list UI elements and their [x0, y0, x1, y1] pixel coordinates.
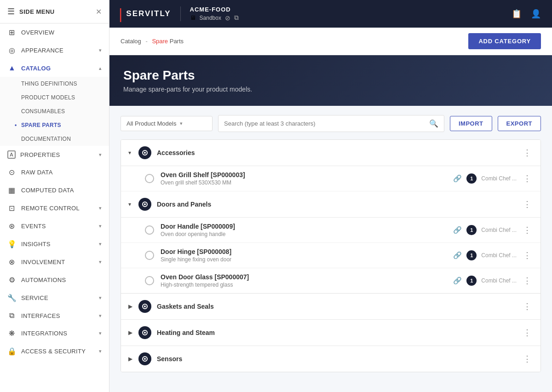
sidebar-item-interfaces[interactable]: ⧉ INTERFACES ▾ [0, 307, 109, 324]
sidebar-item-overview[interactable]: ⊞ OVERVIEW [0, 23, 109, 41]
topbar-app-info: ACME-FOOD 🖥 Sandbox ⊘ ⧉ [190, 6, 239, 22]
sp000003-more-btn[interactable]: ⋮ [521, 173, 533, 184]
events-chevron: ▾ [99, 223, 102, 229]
sensors-more-btn[interactable]: ⋮ [521, 354, 533, 364]
sp000003-link-icon[interactable]: 🔗 [453, 174, 462, 183]
sp000008-title: Door Hinge [SP000008] [161, 248, 453, 255]
remote-control-icon: ⊡ [7, 204, 17, 213]
sidebar-item-thing-definitions[interactable]: THING DEFINITIONS [0, 77, 109, 91]
sp000009-actions: 🔗 1 Combi Chef ... ⋮ [453, 225, 533, 235]
sidebar-item-service[interactable]: 🔧 SERVICE ▾ [0, 289, 109, 307]
search-icon: 🔍 [429, 119, 438, 128]
interfaces-chevron: ▾ [99, 313, 102, 319]
heating-more-btn[interactable]: ⋮ [521, 328, 533, 338]
properties-chevron: ▾ [99, 152, 102, 158]
topbar-actions: 📋 👤 [510, 7, 543, 21]
insights-icon: 💡 [7, 240, 17, 248]
involvement-icon: ⊗ [7, 258, 17, 266]
sidebar-item-integrations[interactable]: ❋ INTEGRATIONS ▾ [0, 324, 109, 342]
sidebar-item-product-models[interactable]: PRODUCT MODELS [0, 91, 109, 104]
sidebar-item-consumables[interactable]: CONSUMABLES [0, 104, 109, 118]
sidebar-item-catalog[interactable]: ▲ CATALOG ▴ [0, 59, 109, 77]
heating-category-name: Heating and Steam [157, 329, 521, 336]
open-icon[interactable]: ⧉ [234, 14, 239, 22]
sp000007-info: Oven Door Glass [SP000007] High-strength… [161, 273, 453, 288]
sp000003-model-ref: Combi Chef ... [481, 175, 517, 182]
breadcrumb-catalog[interactable]: Catalog [121, 38, 141, 45]
accessories-expand-btn[interactable]: ▾ [128, 150, 135, 156]
breadcrumb-spare: Spare [152, 38, 169, 45]
accessories-category-icon [138, 146, 151, 159]
access-security-icon: 🔒 [7, 347, 17, 356]
sp000003-title: Oven Grill Shelf [SP000003] [161, 171, 453, 179]
sidebar: ☰ SIDE MENU ✕ ⊞ OVERVIEW ◎ APPEARANCE ▾ … [0, 0, 109, 392]
sp000007-desc: High-strength tempered glass [161, 282, 453, 288]
properties-icon: A [7, 150, 16, 159]
sidebar-item-involvement[interactable]: ⊗ INVOLVEMENT ▾ [0, 253, 109, 271]
sp000009-link-icon[interactable]: 🔗 [453, 226, 462, 234]
svg-point-9 [144, 358, 146, 360]
doors-panels-expand-btn[interactable]: ▾ [128, 201, 135, 208]
doors-panels-category-icon [138, 198, 151, 211]
svg-point-5 [144, 306, 146, 307]
overview-icon: ⊞ [7, 28, 17, 37]
sensors-expand-btn[interactable]: ▶ [128, 356, 135, 362]
sp000008-link-icon[interactable]: 🔗 [453, 251, 462, 259]
close-icon[interactable]: ✕ [96, 7, 102, 16]
sidebar-item-insights[interactable]: 💡 INSIGHTS ▾ [0, 235, 109, 253]
sp000008-actions: 🔗 1 Combi Chef ... ⋮ [453, 250, 533, 260]
sidebar-item-documentation[interactable]: DOCUMENTATION [0, 132, 109, 146]
sp000008-model-ref: Combi Chef ... [481, 252, 517, 259]
sidebar-header-left: ☰ SIDE MENU [7, 6, 55, 17]
env-icon: 🖥 [190, 14, 196, 21]
sp000008-more-btn[interactable]: ⋮ [521, 250, 533, 260]
search-input[interactable] [224, 120, 426, 127]
sidebar-item-raw-data[interactable]: ⊙ RAW DATA [0, 163, 109, 181]
category-accessories-header: ▾ Accessories ⋮ [121, 140, 540, 166]
topbar-logo: | SERVITLY [119, 6, 181, 21]
svg-point-7 [144, 332, 146, 334]
interfaces-icon: ⧉ [7, 311, 17, 320]
sidebar-item-spare-parts[interactable]: SPARE PARTS [0, 118, 109, 132]
svg-point-1 [144, 152, 146, 154]
sidebar-item-automations[interactable]: ⚙ AUTOMATIONS [0, 271, 109, 289]
sp000003-actions: 🔗 1 Combi Chef ... ⋮ [453, 173, 533, 184]
sp000009-info-badge[interactable]: 1 [466, 225, 477, 235]
sp000007-info-badge[interactable]: 1 [466, 276, 477, 286]
sp000007-more-btn[interactable]: ⋮ [521, 276, 533, 286]
gaskets-more-btn[interactable]: ⋮ [521, 301, 533, 311]
sp000009-more-btn[interactable]: ⋮ [521, 225, 533, 235]
heating-expand-btn[interactable]: ▶ [128, 329, 135, 336]
topbar-user-icon[interactable]: 👤 [529, 7, 543, 21]
sp000008-status-circle [145, 251, 154, 260]
sidebar-item-computed-data[interactable]: ▦ COMPUTED DATA [0, 181, 109, 199]
sp000009-status-circle [145, 225, 154, 235]
sp000008-info-badge[interactable]: 1 [466, 250, 477, 260]
sidebar-item-events[interactable]: ⊛ EVENTS ▾ [0, 217, 109, 235]
accessories-category-name: Accessories [157, 149, 521, 156]
involvement-chevron: ▾ [99, 259, 102, 265]
import-button[interactable]: IMPORT [450, 116, 492, 131]
doors-panels-more-btn[interactable]: ⋮ [521, 199, 533, 209]
add-category-button[interactable]: ADD CATEGORY [468, 33, 541, 49]
topbar-doc-icon[interactable]: 📋 [510, 7, 523, 21]
category-list: ▾ Accessories ⋮ Oven Grill Shelf [SP0000… [121, 139, 541, 372]
product-model-filter[interactable]: All Product Models ▾ [121, 116, 213, 131]
hamburger-icon[interactable]: ☰ [7, 6, 15, 17]
gaskets-expand-btn[interactable]: ▶ [128, 303, 135, 310]
breadcrumb: Catalog - Spare Parts [121, 38, 184, 45]
sp000003-info-badge[interactable]: 1 [466, 173, 477, 184]
sidebar-item-appearance[interactable]: ◎ APPEARANCE ▾ [0, 41, 109, 59]
category-gaskets-header: ▶ Gaskets and Seals ⋮ [121, 294, 540, 320]
export-button[interactable]: EXPORT [498, 116, 541, 131]
service-chevron: ▾ [99, 295, 102, 301]
sidebar-item-properties[interactable]: A PROPERTIES ▾ [0, 146, 109, 163]
accessories-more-btn[interactable]: ⋮ [521, 148, 533, 158]
sensors-category-icon [138, 352, 151, 365]
sp000007-link-icon[interactable]: 🔗 [453, 277, 462, 285]
sidebar-item-access-security[interactable]: 🔒 ACCESS & SECURITY ▾ [0, 342, 109, 360]
block-icon[interactable]: ⊘ [225, 14, 230, 22]
sidebar-item-remote-control[interactable]: ⊡ REMOTE CONTROL ▾ [0, 199, 109, 217]
company-name: ACME-FOOD [190, 6, 239, 13]
sp000007-status-circle [145, 276, 154, 285]
